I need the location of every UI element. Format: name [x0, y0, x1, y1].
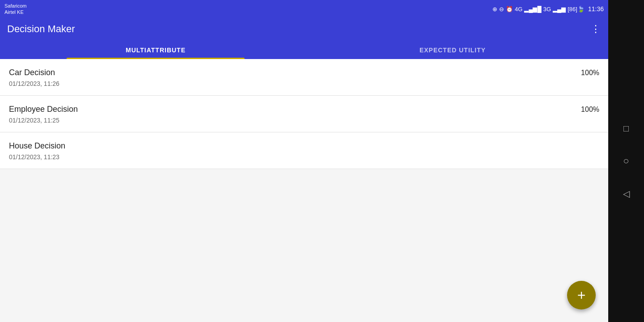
circle-icon: ○ — [623, 155, 629, 167]
list-item[interactable]: Employee Decision 100% 01/12/2023, 11:25 — [0, 96, 608, 132]
decision-row: Employee Decision 100% — [9, 105, 599, 114]
signal-3g-icon: 3G — [543, 6, 551, 13]
decision-score: 100% — [581, 106, 599, 114]
decision-score: 100% — [581, 69, 599, 77]
tab-multiattribute[interactable]: MULTIATTRIBUTE — [7, 42, 304, 59]
square-icon: □ — [623, 123, 629, 134]
carrier1-label: Safaricom — [4, 3, 27, 9]
signal-bars2-icon: ▂▄▆ — [553, 6, 566, 13]
android-nav-bar: □ ○ ◁ — [608, 0, 644, 322]
back-button[interactable]: ◁ — [623, 188, 630, 199]
app-title: Decision Maker — [7, 23, 75, 35]
minus-icon: ⊖ — [499, 6, 504, 13]
battery-icon: [86]🍃 — [568, 6, 585, 13]
list-item[interactable]: Car Decision 100% 01/12/2023, 11:26 — [0, 59, 608, 96]
decisions-list: Car Decision 100% 01/12/2023, 11:26 Empl… — [0, 59, 608, 322]
decision-name: House Decision — [9, 141, 65, 151]
list-item[interactable]: House Decision 01/12/2023, 11:23 — [0, 132, 608, 169]
home-button[interactable]: ○ — [623, 155, 629, 167]
decision-name: Employee Decision — [9, 105, 78, 114]
app-header: Decision Maker ⋮ MULTIATTRIBUTE EXPECTED… — [0, 18, 608, 59]
signal-bars-icon: ▂▄▆█ — [524, 6, 541, 13]
phone-screen: Safaricom Airtel KE ⊕ ⊖ ⏰ 4G ▂▄▆█ 3G ▂▄▆… — [0, 0, 608, 322]
signal-4g-icon: 4G — [515, 6, 522, 13]
title-row: Decision Maker ⋮ — [7, 23, 601, 42]
decision-row: House Decision — [9, 141, 599, 151]
carrier-info: Safaricom Airtel KE — [4, 3, 27, 16]
decision-date: 01/12/2023, 11:25 — [9, 117, 599, 124]
alarm-icon: ⏰ — [506, 6, 513, 13]
zoom-in-icon: ⊕ — [492, 6, 497, 13]
time-display: 11:36 — [588, 5, 604, 13]
decision-date: 01/12/2023, 11:26 — [9, 80, 599, 87]
tab-expected-utility[interactable]: EXPECTED UTILITY — [304, 42, 601, 59]
status-icons: ⊕ ⊖ ⏰ 4G ▂▄▆█ 3G ▂▄▆ [86]🍃 11:36 — [492, 5, 604, 13]
decision-name: Car Decision — [9, 68, 55, 77]
add-decision-button[interactable]: + — [567, 281, 596, 309]
carrier2-label: Airtel KE — [4, 9, 27, 15]
decision-row: Car Decision 100% — [9, 68, 599, 77]
overflow-menu-button[interactable]: ⋮ — [591, 23, 601, 35]
status-bar: Safaricom Airtel KE ⊕ ⊖ ⏰ 4G ▂▄▆█ 3G ▂▄▆… — [0, 0, 608, 18]
tabs-row: MULTIATTRIBUTE EXPECTED UTILITY — [7, 42, 601, 59]
decision-date: 01/12/2023, 11:23 — [9, 153, 599, 161]
back-icon: ◁ — [623, 188, 630, 199]
recent-apps-button[interactable]: □ — [623, 123, 629, 134]
